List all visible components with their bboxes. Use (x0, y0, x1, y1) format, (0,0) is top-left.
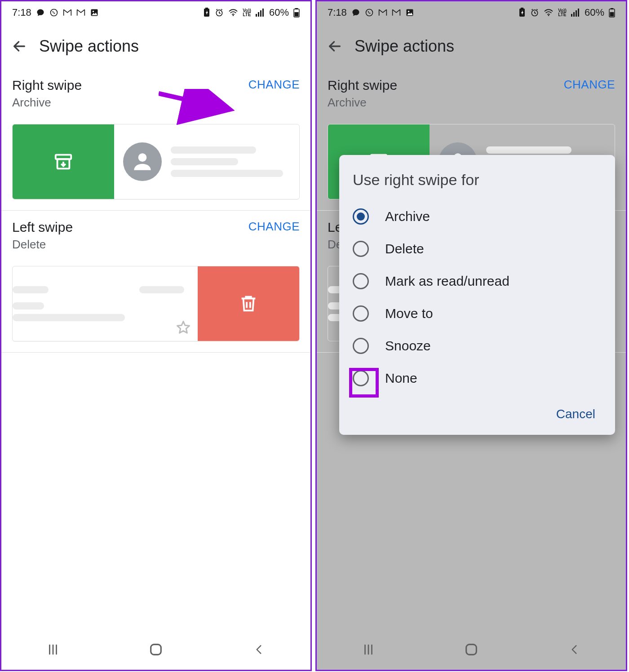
svg-point-19 (366, 9, 372, 16)
svg-rect-23 (521, 8, 523, 9)
android-nav-bar (1, 629, 310, 670)
dialog-title: Use right swipe for (353, 171, 602, 189)
status-bar: 7:18 (1, 1, 310, 24)
gmail-m-icon-2 (392, 9, 401, 17)
option-archive[interactable]: Archive (353, 200, 602, 233)
option-label: Move to (385, 306, 433, 321)
whatsapp-icon (365, 8, 374, 17)
right-swipe-change-button[interactable]: CHANGE (248, 78, 300, 92)
placeholder-line (13, 302, 44, 309)
cancel-button[interactable]: Cancel (550, 402, 602, 426)
annotation-highlight (349, 368, 379, 398)
nav-recents-button[interactable] (40, 636, 66, 663)
nav-back-button[interactable] (245, 636, 272, 663)
avatar-icon (123, 142, 162, 181)
alarm-icon (530, 8, 539, 17)
svg-rect-8 (258, 12, 259, 17)
battery-saver-icon (518, 8, 526, 18)
annotation-arrow (159, 89, 248, 125)
svg-rect-9 (260, 10, 261, 17)
alarm-icon (215, 8, 224, 17)
status-time: 7:18 (328, 7, 347, 18)
placeholder-line (13, 314, 125, 321)
svg-point-6 (233, 15, 234, 16)
divider (1, 352, 310, 353)
right-swipe-title: Right swipe (12, 78, 82, 93)
placeholder-line (13, 286, 49, 293)
left-swipe-preview (12, 266, 300, 341)
svg-rect-13 (295, 12, 299, 17)
placeholder-line (139, 286, 184, 293)
page-title: Swipe actions (39, 37, 139, 56)
radio-icon (353, 338, 369, 354)
left-swipe-title: Left swipe (12, 220, 73, 235)
right-swipe-subtitle: Archive (328, 96, 397, 110)
phone-screenshot-left: 7:18 (0, 0, 312, 671)
star-icon (175, 319, 191, 336)
placeholder-line (171, 170, 283, 177)
nav-back-button[interactable] (561, 636, 588, 663)
radio-icon (353, 305, 369, 322)
option-label: Snooze (385, 338, 431, 354)
radio-icon (353, 273, 369, 289)
svg-rect-27 (573, 12, 575, 17)
option-move-to[interactable]: Move to (353, 297, 602, 330)
option-label: Delete (385, 241, 424, 256)
svg-rect-26 (571, 14, 572, 17)
svg-rect-10 (262, 9, 264, 17)
svg-rect-12 (295, 8, 298, 9)
svg-rect-18 (151, 645, 161, 655)
option-label: None (385, 371, 417, 386)
volte-icon: Vo))LTE (558, 9, 567, 17)
svg-point-2 (93, 11, 94, 12)
svg-point-25 (548, 15, 549, 16)
svg-rect-28 (576, 10, 577, 17)
status-bar: 7:18 Vo))LTE 60% (317, 1, 626, 24)
android-nav-bar (317, 629, 626, 670)
archive-action-tile (13, 124, 114, 199)
radio-icon (353, 208, 369, 225)
chat-icon (351, 8, 360, 17)
image-icon (90, 8, 99, 17)
image-icon (405, 8, 414, 17)
radio-icon (353, 241, 369, 257)
option-mark-read-unread[interactable]: Mark as read/unread (353, 265, 602, 297)
nav-home-button[interactable] (142, 636, 169, 663)
right-swipe-section: Right swipe Archive CHANGE (317, 69, 626, 111)
option-none[interactable]: None (353, 362, 602, 394)
nav-home-button[interactable] (458, 636, 485, 663)
option-snooze[interactable]: Snooze (353, 330, 602, 362)
option-label: Archive (385, 209, 430, 224)
delete-action-tile (198, 266, 299, 341)
left-swipe-section: Left swipe Delete CHANGE (1, 211, 310, 253)
nav-recents-button[interactable] (355, 636, 382, 663)
message-preview (13, 266, 198, 341)
right-swipe-change-button[interactable]: CHANGE (564, 78, 615, 92)
volte-icon: Vo))LTE (243, 9, 251, 17)
svg-point-21 (408, 11, 409, 12)
signal-icon (256, 9, 265, 17)
status-time: 7:18 (12, 7, 31, 18)
battery-saver-icon (203, 8, 210, 18)
battery-percent: 60% (585, 7, 604, 18)
gmail-m-icon (378, 9, 387, 17)
svg-rect-32 (610, 12, 614, 17)
phone-screenshot-right: 7:18 Vo))LTE 60% Swipe actions (315, 0, 627, 671)
app-bar: Swipe actions (1, 24, 310, 69)
chat-icon (36, 8, 45, 17)
signal-icon (571, 9, 580, 17)
back-button[interactable] (10, 37, 28, 55)
svg-rect-7 (256, 14, 257, 17)
wifi-icon (228, 9, 238, 17)
battery-icon (293, 8, 300, 18)
gmail-m-icon (63, 9, 72, 17)
svg-rect-31 (611, 8, 613, 9)
option-delete[interactable]: Delete (353, 233, 602, 265)
back-button[interactable] (326, 37, 344, 55)
message-preview (114, 124, 299, 199)
placeholder-line (171, 146, 256, 154)
left-swipe-change-button[interactable]: CHANGE (248, 220, 300, 234)
gmail-m-icon-2 (76, 9, 85, 17)
svg-rect-36 (466, 645, 477, 655)
svg-rect-29 (578, 9, 579, 17)
